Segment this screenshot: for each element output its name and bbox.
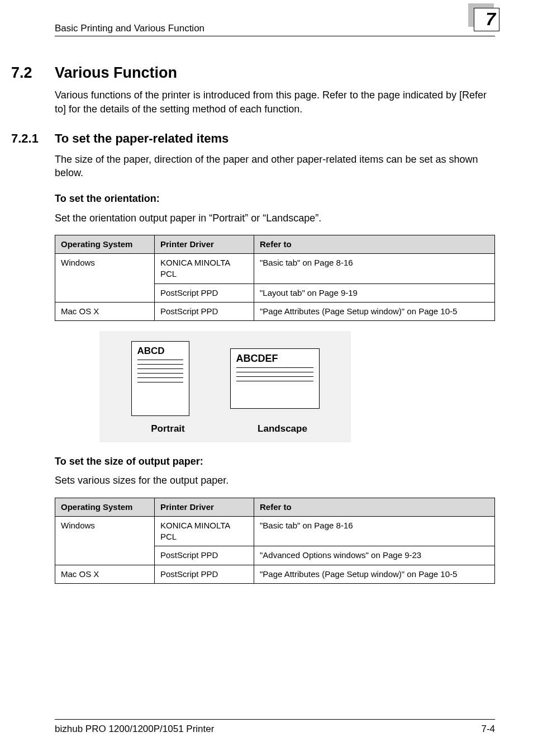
size-table: Operating System Printer Driver Refer to… bbox=[55, 498, 495, 584]
subsection-intro: The size of the paper, direction of the … bbox=[55, 153, 495, 180]
chapter-number: 7 bbox=[486, 7, 496, 31]
cell-os: Mac OS X bbox=[55, 565, 155, 583]
table-header-row: Operating System Printer Driver Refer to bbox=[55, 498, 495, 516]
th-refer: Refer to bbox=[254, 498, 495, 516]
running-header: Basic Printing and Various Function bbox=[55, 22, 204, 35]
subsection-number: 7.2.1 bbox=[11, 130, 55, 147]
subsection-title: To set the paper-related items bbox=[55, 130, 229, 147]
orientation-figure: ABCD ABCDEF Portrait Landscape bbox=[99, 331, 351, 442]
label-landscape: Landscape bbox=[225, 423, 340, 436]
cell-os: Mac OS X bbox=[55, 302, 155, 320]
table-header-row: Operating System Printer Driver Refer to bbox=[55, 235, 495, 253]
cell-refer: "Basic tab" on Page 8-16 bbox=[254, 254, 495, 284]
table-row: Mac OS X PostScript PPD "Page Attributes… bbox=[55, 302, 495, 320]
footer-rule bbox=[55, 719, 495, 720]
section-intro: Various functions of the printer is intr… bbox=[55, 88, 495, 116]
header-rule bbox=[55, 36, 495, 36]
landscape-page-icon: ABCDEF bbox=[230, 348, 320, 409]
portrait-sample-text: ABCD bbox=[137, 346, 183, 356]
th-refer: Refer to bbox=[254, 235, 495, 253]
orientation-body: Set the orientation output paper in “Por… bbox=[55, 211, 495, 225]
cell-refer: "Page Attributes (Page Setup window)" on… bbox=[254, 302, 495, 320]
cell-refer: "Advanced Options windows" on Page 9-23 bbox=[254, 546, 495, 565]
footer-page-number: 7-4 bbox=[481, 723, 495, 736]
section-title: Various Function bbox=[55, 63, 177, 83]
table-row: Windows KONICA MINOLTA PCL "Basic tab" o… bbox=[55, 254, 495, 284]
cell-driver: PostScript PPD bbox=[155, 546, 254, 565]
th-driver: Printer Driver bbox=[155, 498, 254, 516]
size-heading: To set the size of output paper: bbox=[55, 455, 495, 468]
cell-driver: PostScript PPD bbox=[155, 565, 254, 583]
table-row: Windows KONICA MINOLTA PCL "Basic tab" o… bbox=[55, 516, 495, 546]
th-os: Operating System bbox=[55, 498, 155, 516]
chapter-badge: 7 bbox=[468, 3, 501, 31]
landscape-sample-text: ABCDEF bbox=[236, 353, 313, 363]
cell-driver: PostScript PPD bbox=[155, 302, 254, 320]
orientation-heading: To set the orientation: bbox=[55, 192, 495, 205]
section-number: 7.2 bbox=[11, 63, 55, 83]
portrait-page-icon: ABCD bbox=[131, 341, 189, 416]
th-driver: Printer Driver bbox=[155, 235, 254, 253]
cell-os: Windows bbox=[55, 516, 155, 565]
footer-left: bizhub PRO 1200/1200P/1051 Printer bbox=[55, 723, 214, 736]
cell-driver: KONICA MINOLTA PCL bbox=[155, 516, 254, 546]
cell-driver: KONICA MINOLTA PCL bbox=[155, 254, 254, 284]
th-os: Operating System bbox=[55, 235, 155, 253]
orientation-table: Operating System Printer Driver Refer to… bbox=[55, 235, 495, 321]
cell-os: Windows bbox=[55, 254, 155, 303]
cell-refer: "Layout tab" on Page 9-19 bbox=[254, 284, 495, 302]
cell-refer: "Page Attributes (Page Setup window)" on… bbox=[254, 565, 495, 583]
size-body: Sets various sizes for the output paper. bbox=[55, 474, 495, 487]
label-portrait: Portrait bbox=[111, 423, 225, 436]
cell-refer: "Basic tab" on Page 8-16 bbox=[254, 516, 495, 546]
table-row: Mac OS X PostScript PPD "Page Attributes… bbox=[55, 565, 495, 583]
cell-driver: PostScript PPD bbox=[155, 284, 254, 302]
